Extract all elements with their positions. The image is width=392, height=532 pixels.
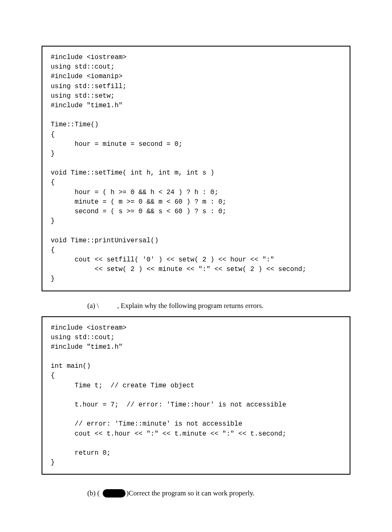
question-b-text: Correct the program so it can work prope… [128, 489, 254, 498]
question-b-label-prefix: (b) ( [87, 489, 100, 498]
code-box-2: #include <iostream> using std::cout; #in… [42, 316, 350, 475]
code-content-1: #include <iostream> using std::cout; #in… [51, 53, 341, 284]
question-a-label: (a) \ [87, 302, 99, 310]
question-a-text: , Explain why the following program retu… [117, 302, 264, 310]
code-box-1: #include <iostream> using std::cout; #in… [42, 46, 350, 291]
question-a: (a) \ , Explain why the following progra… [87, 302, 350, 310]
code-content-2: #include <iostream> using std::cout; #in… [51, 323, 341, 468]
redaction-mark [103, 489, 126, 498]
question-b: (b) ( ) Correct the program so it can wo… [87, 489, 350, 498]
